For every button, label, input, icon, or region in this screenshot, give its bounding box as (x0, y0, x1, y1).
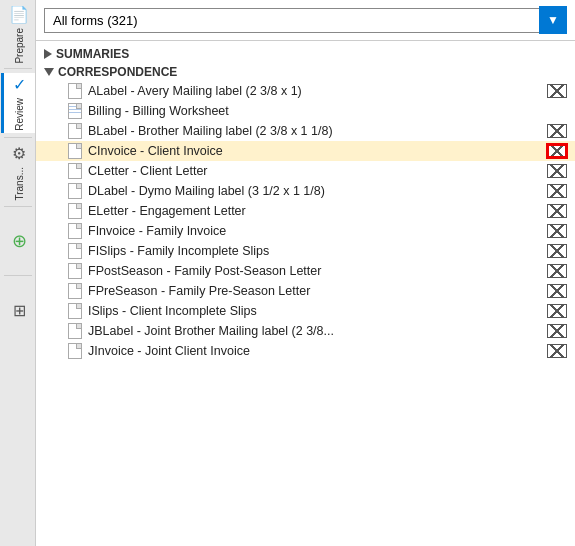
doc-icon (68, 183, 82, 199)
doc-icon (68, 203, 82, 219)
sidebar-item-network[interactable]: ⊕ (1, 211, 35, 271)
tree-item-label: ELetter - Engagement Letter (88, 204, 541, 218)
tree-container[interactable]: SUMMARIES CORRESPONDENCE ALabel - Avery … (36, 41, 575, 546)
doc-icon (68, 223, 82, 239)
doc-icon (68, 143, 82, 159)
tree-item[interactable]: JBLabel - Joint Brother Mailing label (2… (36, 321, 575, 341)
tree-item-label: FPreSeason - Family Pre-Season Letter (88, 284, 541, 298)
tree-item[interactable]: JInvoice - Joint Client Invoice (36, 341, 575, 361)
tree-item[interactable]: DLabel - Dymo Mailing label (3 1/2 x 1 1… (36, 181, 575, 201)
sidebar-divider-2 (4, 137, 32, 138)
email-icon[interactable] (547, 84, 567, 98)
doc-icon (68, 83, 82, 99)
review-icon: ✓ (13, 75, 26, 94)
correspondence-label: CORRESPONDENCE (58, 65, 177, 79)
summaries-collapse-icon (44, 49, 52, 59)
email-icon[interactable] (547, 244, 567, 258)
network-icon: ⊕ (12, 230, 27, 252)
tree-item-label: FISlips - Family Incomplete Slips (88, 244, 541, 258)
tree-item-label: JInvoice - Joint Client Invoice (88, 344, 541, 358)
tree-item-label: JBLabel - Joint Brother Mailing label (2… (88, 324, 541, 338)
email-icon[interactable] (547, 224, 567, 238)
email-icon[interactable] (547, 344, 567, 358)
prepare-icon: 📄 (9, 5, 29, 24)
main-content: All forms (321) ▼ SUMMARIES CORRESPONDEN… (36, 0, 575, 546)
doc-icon (68, 343, 82, 359)
doc-icon (68, 103, 82, 119)
tree-item[interactable]: FPostSeason - Family Post-Season Letter (36, 261, 575, 281)
doc-icon (68, 163, 82, 179)
sidebar: 📄 Prepare ✓ Review ⚙ Trans... ⊕ ⊞ (0, 0, 36, 546)
doc-icon (68, 263, 82, 279)
sidebar-item-trans[interactable]: ⚙ Trans... (1, 142, 35, 202)
tree-item-label: BLabel - Brother Mailing label (2 3/8 x … (88, 124, 541, 138)
grid-icon: ⊞ (13, 301, 26, 320)
sidebar-item-review[interactable]: ✓ Review (1, 73, 35, 133)
trans-icon: ⚙ (12, 144, 26, 163)
tree-item-label: ALabel - Avery Mailing label (2 3/8 x 1) (88, 84, 541, 98)
tree-item[interactable]: ALabel - Avery Mailing label (2 3/8 x 1) (36, 81, 575, 101)
chevron-down-icon: ▼ (547, 13, 559, 27)
sidebar-divider-4 (4, 275, 32, 276)
tree-item-label: Billing - Billing Worksheet (88, 104, 567, 118)
correspondence-group-header[interactable]: CORRESPONDENCE (36, 63, 575, 81)
tree-item[interactable]: CLetter - Client Letter (36, 161, 575, 181)
tree-item-label: ISlips - Client Incomplete Slips (88, 304, 541, 318)
sidebar-item-prepare[interactable]: 📄 Prepare (1, 4, 35, 64)
doc-icon (68, 283, 82, 299)
tree-item[interactable]: ISlips - Client Incomplete Slips (36, 301, 575, 321)
dropdown-bar: All forms (321) ▼ (36, 0, 575, 41)
summaries-group-header[interactable]: SUMMARIES (36, 45, 575, 63)
email-icon[interactable] (547, 164, 567, 178)
doc-icon (68, 123, 82, 139)
tree-item[interactable]: CInvoice - Client Invoice (36, 141, 575, 161)
sidebar-divider-1 (4, 68, 32, 69)
tree-item[interactable]: Billing - Billing Worksheet (36, 101, 575, 121)
tree-item-label: FInvoice - Family Invoice (88, 224, 541, 238)
doc-icon (68, 303, 82, 319)
doc-icon (68, 323, 82, 339)
tree-item[interactable]: FPreSeason - Family Pre-Season Letter (36, 281, 575, 301)
tree-items-list: ALabel - Avery Mailing label (2 3/8 x 1)… (36, 81, 575, 361)
forms-dropdown[interactable]: All forms (321) (44, 8, 540, 33)
tree-item[interactable]: FISlips - Family Incomplete Slips (36, 241, 575, 261)
tree-item[interactable]: ELetter - Engagement Letter (36, 201, 575, 221)
tree-item-label: CInvoice - Client Invoice (88, 144, 541, 158)
correspondence-expand-icon (44, 68, 54, 76)
summaries-label: SUMMARIES (56, 47, 129, 61)
tree-item-label: FPostSeason - Family Post-Season Letter (88, 264, 541, 278)
tree-item[interactable]: FInvoice - Family Invoice (36, 221, 575, 241)
email-icon[interactable] (547, 204, 567, 218)
sidebar-label-prepare: Prepare (14, 28, 25, 64)
email-icon[interactable] (547, 144, 567, 158)
doc-icon (68, 243, 82, 259)
email-icon[interactable] (547, 304, 567, 318)
email-icon[interactable] (547, 184, 567, 198)
tree-item-label: CLetter - Client Letter (88, 164, 541, 178)
tree-item[interactable]: BLabel - Brother Mailing label (2 3/8 x … (36, 121, 575, 141)
email-icon[interactable] (547, 284, 567, 298)
tree-item-label: DLabel - Dymo Mailing label (3 1/2 x 1 1… (88, 184, 541, 198)
sidebar-label-trans: Trans... (14, 167, 25, 201)
dropdown-arrow-button[interactable]: ▼ (539, 6, 567, 34)
sidebar-divider-3 (4, 206, 32, 207)
email-icon[interactable] (547, 324, 567, 338)
sidebar-item-grid[interactable]: ⊞ (1, 280, 35, 340)
email-icon[interactable] (547, 124, 567, 138)
email-icon[interactable] (547, 264, 567, 278)
sidebar-label-review: Review (14, 98, 25, 131)
